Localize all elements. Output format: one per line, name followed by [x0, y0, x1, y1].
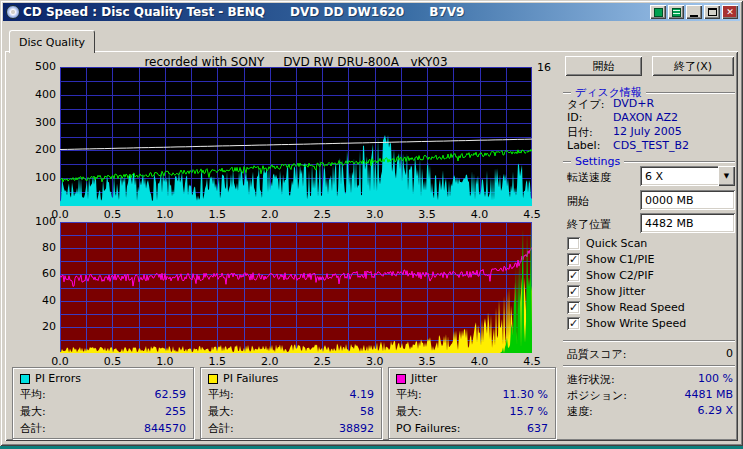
- checkbox-show-read-speed[interactable]: ✓Show Read Speed: [567, 301, 685, 314]
- stat-value: 62.59: [155, 388, 187, 401]
- checkbox-label: Quick Scan: [586, 237, 647, 250]
- settings-section-label: Settings: [575, 155, 620, 168]
- end-position-input[interactable]: 4482 MB: [640, 213, 735, 233]
- stat-value: 844570: [144, 422, 186, 435]
- stat-row: 最大:255: [20, 403, 186, 420]
- maximize-icon: [708, 8, 717, 16]
- minimize-icon: [690, 15, 698, 17]
- position-label: ポジション:: [567, 388, 627, 403]
- checkbox-label: Show Read Speed: [586, 301, 685, 314]
- po-failures-value: 637: [527, 422, 548, 435]
- progress-row: 進行状況:100 %: [567, 372, 733, 387]
- stat-row: 平均:11.30 %: [396, 386, 548, 403]
- end-position-label: 終了位置: [567, 217, 611, 232]
- stat-value: 255: [165, 405, 186, 418]
- speed-label: 速度:: [567, 404, 593, 419]
- divider-line: [563, 365, 735, 367]
- divider: [624, 161, 735, 163]
- checkbox-label: Show C1/PIE: [586, 253, 654, 266]
- start-button[interactable]: 開始: [565, 56, 642, 76]
- stat-label: 合計:: [20, 421, 46, 436]
- disc-date-row: 日付:12 July 2005: [567, 125, 733, 140]
- disc-type-label: タイプ:: [567, 97, 613, 112]
- stat-value: 58: [360, 405, 374, 418]
- stat-row: 合計:844570: [20, 420, 186, 437]
- quality-score-value: 0: [726, 347, 733, 362]
- pi-failures-swatch: [208, 374, 218, 384]
- chart-canvas: [60, 222, 532, 353]
- stat-label: 平均:: [208, 387, 234, 402]
- checkbox-box[interactable]: ✓: [567, 253, 580, 266]
- legend-group-jitter: Jitter 平均:11.30 % 最大:15.7 % PO Failures:…: [388, 367, 556, 439]
- checkbox-box[interactable]: ✓: [567, 269, 580, 282]
- checkbox-quick-scan[interactable]: Quick Scan: [567, 237, 647, 250]
- tab-disc-quality[interactable]: Disc Quality: [9, 30, 95, 53]
- titlebar[interactable]: CD Speed : Disc Quality Test - BENQ DVD …: [3, 3, 740, 21]
- divider: [563, 365, 735, 367]
- disc-type-row: タイプ:DVD+R: [567, 97, 733, 112]
- app-window: CD Speed : Disc Quality Test - BENQ DVD …: [0, 0, 743, 446]
- close-button[interactable]: ✕: [722, 5, 738, 19]
- stat-label: 最大:: [20, 404, 46, 419]
- disc-label-value: CDS_TEST_B2: [613, 139, 689, 152]
- divider-line: [563, 340, 735, 342]
- quality-score-row: 品質スコア:0: [567, 347, 733, 362]
- stat-label: 最大:: [208, 404, 234, 419]
- stat-value: 11.30 %: [503, 388, 548, 401]
- pi-errors-swatch: [20, 374, 30, 384]
- checkbox-show-c2-pif[interactable]: ✓Show C2/PIF: [567, 269, 654, 282]
- capture-graph-icon[interactable]: [650, 5, 666, 19]
- top-chart-pi-errors: 500400300200100160.00.51.01.52.02.53.03.…: [60, 67, 532, 206]
- stat-label: 平均:: [20, 387, 46, 402]
- stat-row: 合計:38892: [208, 420, 374, 437]
- stat-label: 平均:: [396, 387, 422, 402]
- stat-row: 最大:15.7 %: [396, 403, 548, 420]
- checkbox-box[interactable]: [567, 237, 580, 250]
- jitter-swatch: [396, 374, 406, 384]
- divider: [563, 340, 735, 342]
- stat-label: 最大:: [396, 404, 422, 419]
- maximize-button[interactable]: [704, 5, 720, 19]
- speed-select-label: 転送速度: [567, 170, 611, 185]
- stat-row: 平均:4.19: [208, 386, 374, 403]
- checkbox-box[interactable]: ✓: [567, 301, 580, 314]
- stat-value: 38892: [339, 422, 374, 435]
- disc-id-row: ID:DAXON AZ2: [567, 111, 733, 124]
- stat-value: 15.7 %: [510, 405, 548, 418]
- minimize-button[interactable]: [686, 5, 702, 19]
- checkbox-label: Show Write Speed: [586, 317, 686, 330]
- stat-row: 平均:62.59: [20, 386, 186, 403]
- checkbox-box[interactable]: ✓: [567, 317, 580, 330]
- progress-label: 進行状況:: [567, 372, 615, 387]
- checkbox-show-write-speed[interactable]: ✓Show Write Speed: [567, 317, 686, 330]
- speed-value: 6.29 X: [697, 404, 733, 419]
- chevron-down-icon[interactable]: ▼: [718, 166, 735, 186]
- green-report-icon: [672, 8, 681, 17]
- divider: [646, 92, 735, 94]
- legend-title-pi-failures: PI Failures: [223, 372, 278, 385]
- legend-title-jitter: Jitter: [411, 372, 437, 385]
- divider: [563, 161, 571, 163]
- save-report-icon[interactable]: [668, 5, 684, 19]
- window-title: CD Speed : Disc Quality Test - BENQ DVD …: [23, 5, 464, 19]
- position-value: 4481 MB: [684, 388, 733, 403]
- po-failures-label: PO Failures:: [396, 422, 460, 435]
- disc-type-value: DVD+R: [613, 97, 654, 112]
- tab-label: Disc Quality: [19, 36, 85, 49]
- exit-button[interactable]: 終了(X): [652, 56, 734, 76]
- checkbox-label: Show C2/PIF: [586, 269, 654, 282]
- app-icon: [6, 5, 20, 19]
- checkbox-show-c1-pie[interactable]: ✓Show C1/PIE: [567, 253, 654, 266]
- start-position-label: 開始: [567, 194, 589, 209]
- green-disc-icon: [654, 8, 663, 17]
- start-position-input[interactable]: 0000 MB: [640, 190, 735, 210]
- disc-label-row: Label:CDS_TEST_B2: [567, 139, 733, 152]
- checkbox-label: Show Jitter: [586, 285, 645, 298]
- checkbox-box[interactable]: ✓: [567, 285, 580, 298]
- legend-title-pi-errors: PI Errors: [35, 372, 81, 385]
- checkbox-show-jitter[interactable]: ✓Show Jitter: [567, 285, 645, 298]
- speed-select[interactable]: 6 X ▼: [640, 166, 735, 186]
- divider: [563, 92, 571, 94]
- bottom-chart-jitter-failures: 100806040200.00.51.01.52.02.53.03.54.04.…: [60, 222, 532, 353]
- stat-value: 4.19: [350, 388, 375, 401]
